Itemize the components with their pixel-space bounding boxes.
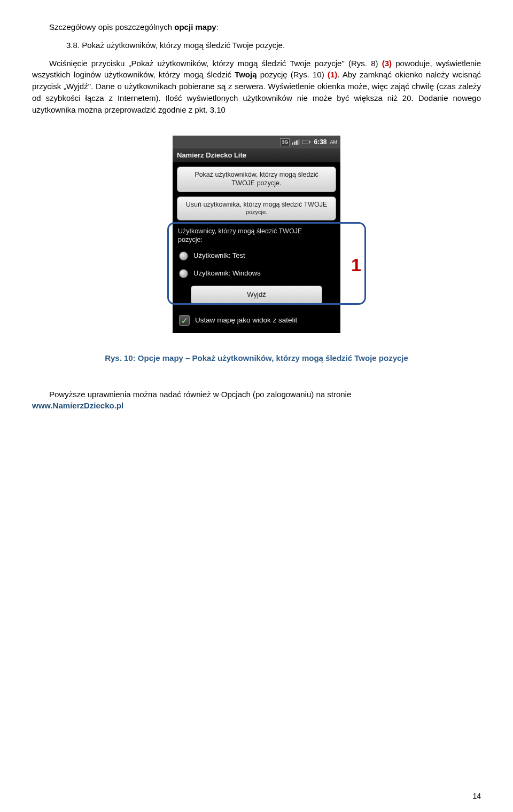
paragraph-main: Wciśnięcie przycisku „Pokaż użytkowników… (32, 58, 481, 116)
status-ampm: AM (330, 139, 338, 146)
section-heading: 3.8. Pokaż użytkowników, którzy mogą śle… (32, 40, 481, 51)
para1-red1: (3) (382, 59, 392, 68)
show-users-line1: Pokaż użytkowników, którzy mogą śledzić (182, 171, 331, 179)
screenshot-wrapper: 3G 6:38 AM Namierz Dziecko Lite Pokaż uż… (173, 136, 340, 333)
figure-caption: Rys. 10: Opcje mapy – Pokaż użytkowników… (32, 352, 481, 364)
page-number: 14 (472, 791, 481, 801)
show-users-button[interactable]: Pokaż użytkowników, którzy mogą śledzić … (177, 167, 336, 192)
signal-bars-icon (292, 139, 300, 145)
heading-line: Szczegółowy opis poszczególnych opcji ma… (32, 21, 481, 33)
remove-user-line2: pozycje. (182, 209, 331, 216)
para1-bold1: Twoją (235, 70, 256, 79)
para1-a: Wciśnięcie przycisku „Pokaż użytkowników… (49, 59, 382, 68)
battery-icon (302, 140, 309, 144)
para1-c: pozycję (Rys. 10) (257, 70, 328, 79)
screenshot-area: 3G 6:38 AM Namierz Dziecko Lite Pokaż uż… (32, 136, 481, 333)
status-time: 6:38 (314, 138, 327, 147)
heading-bold: opcji mapy (174, 22, 216, 31)
app-title-text: Namierz Dziecko Lite (177, 151, 246, 161)
section-title: Pokaż użytkowników, którzy mogą śledzić … (82, 41, 285, 50)
heading-prefix: Szczegółowy opis poszczególnych (49, 22, 174, 31)
remove-user-button[interactable]: Usuń użytkownika, którzy mogą śledzić TW… (177, 196, 336, 220)
show-users-line2: TWOJE pozycje. (182, 179, 331, 188)
paragraph-footer: Powyższe uprawnienia można nadać również… (32, 389, 481, 412)
heading-suffix: : (216, 22, 219, 31)
network-3g-icon: 3G (280, 138, 290, 146)
satellite-row[interactable]: Ustaw mapę jako widok z satelit (177, 310, 336, 328)
satellite-label: Ustaw mapę jako widok z satelit (195, 315, 297, 326)
app-title-bar: Namierz Dziecko Lite (173, 148, 340, 162)
para1-red2: (1) (328, 70, 337, 79)
checkbox-icon (179, 315, 190, 326)
android-status-bar: 3G 6:38 AM (173, 136, 340, 148)
callout-number: 1 (351, 252, 361, 278)
section-number: 3.8. (49, 40, 80, 51)
remove-user-line1: Usuń użytkownika, którzy mogą śledzić TW… (182, 201, 331, 209)
callout-box (167, 222, 366, 305)
para2-link: www.NamierzDziecko.pl (32, 401, 123, 410)
para2-a: Powyższe uprawnienia można nadać również… (49, 390, 351, 399)
